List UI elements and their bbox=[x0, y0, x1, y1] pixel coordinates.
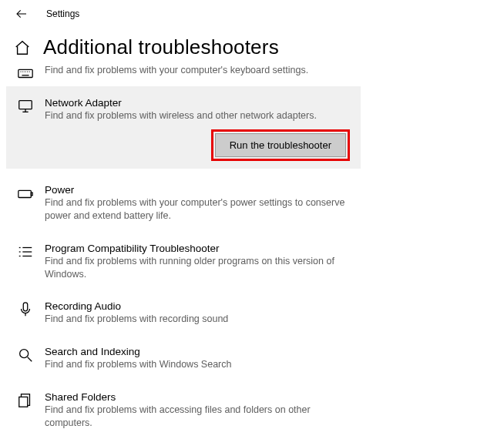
list-icon bbox=[14, 243, 37, 260]
troubleshooter-item-network-adapter[interactable]: Network Adapter Find and fix problems wi… bbox=[6, 86, 361, 169]
troubleshooter-item-program-compat[interactable]: Program Compatibility Troubleshooter Fin… bbox=[6, 238, 361, 286]
item-title: Search and Indexing bbox=[45, 346, 353, 357]
back-button[interactable] bbox=[14, 6, 29, 22]
window-title: Settings bbox=[46, 8, 79, 19]
monitor-icon bbox=[14, 97, 37, 115]
microphone-icon bbox=[14, 300, 37, 318]
svg-rect-8 bbox=[19, 101, 32, 109]
item-desc: Find and fix problems with wireless and … bbox=[45, 109, 353, 122]
highlight-box: Run the troubleshooter bbox=[211, 129, 350, 161]
troubleshooter-item-keyboard[interactable]: Find and fix problems with your computer… bbox=[6, 64, 361, 86]
svg-line-22 bbox=[28, 357, 32, 362]
item-title: Recording Audio bbox=[45, 300, 353, 312]
item-desc: Find and fix problems with accessing fil… bbox=[45, 404, 353, 430]
item-desc: Find and fix problems with Windows Searc… bbox=[45, 358, 353, 371]
troubleshooter-item-shared-folders[interactable]: Shared Folders Find and fix problems wit… bbox=[6, 387, 361, 434]
home-icon[interactable] bbox=[14, 39, 31, 56]
svg-rect-1 bbox=[18, 69, 32, 77]
item-desc: Find and fix problems with recording sou… bbox=[45, 313, 353, 326]
svg-rect-19 bbox=[23, 303, 28, 311]
folder-icon bbox=[14, 391, 37, 409]
svg-point-21 bbox=[20, 350, 29, 358]
svg-rect-11 bbox=[18, 190, 32, 197]
troubleshooter-item-recording-audio[interactable]: Recording Audio Find and fix problems wi… bbox=[6, 296, 361, 330]
item-desc: Find and fix problems with running older… bbox=[45, 255, 353, 281]
search-icon bbox=[14, 346, 37, 364]
page-title: Additional troubleshooters bbox=[43, 35, 279, 59]
troubleshooter-item-power[interactable]: Power Find and fix problems with your co… bbox=[6, 179, 361, 227]
run-troubleshooter-button[interactable]: Run the troubleshooter bbox=[215, 133, 346, 157]
power-icon bbox=[14, 184, 37, 202]
troubleshooter-item-search-indexing[interactable]: Search and Indexing Find and fix problem… bbox=[6, 341, 361, 376]
item-title: Program Compatibility Troubleshooter bbox=[45, 243, 353, 254]
svg-rect-12 bbox=[31, 193, 32, 196]
item-title: Power bbox=[45, 184, 353, 196]
item-desc: Find and fix problems with your computer… bbox=[45, 64, 353, 77]
svg-rect-24 bbox=[19, 397, 28, 407]
item-title: Network Adapter bbox=[45, 97, 353, 109]
item-title: Shared Folders bbox=[45, 391, 353, 403]
keyboard-icon bbox=[14, 64, 37, 82]
item-desc: Find and fix problems with your computer… bbox=[45, 196, 353, 223]
